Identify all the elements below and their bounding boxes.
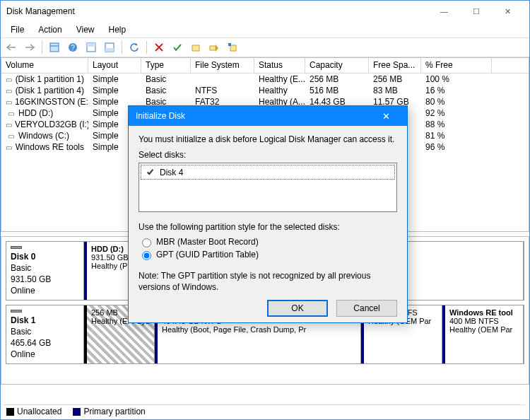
- list-bottom-icon[interactable]: [102, 40, 117, 55]
- legend-primary-swatch: [73, 408, 81, 416]
- list-top-icon[interactable]: [83, 40, 99, 55]
- col-free[interactable]: Free Spa...: [369, 58, 421, 73]
- disk-checkbox[interactable]: [146, 168, 155, 177]
- menu-help[interactable]: Help: [103, 23, 132, 36]
- volume-name: (Disk 1 partition 1): [16, 74, 84, 84]
- gpt-option[interactable]: GPT (GUID Partition Table): [139, 249, 397, 260]
- toolbar: ?: [1, 37, 529, 57]
- delete-icon[interactable]: [151, 40, 167, 55]
- ok-button[interactable]: OK: [267, 300, 328, 317]
- menu-action[interactable]: Action: [33, 23, 67, 36]
- cell-status: Healthy: [254, 86, 305, 95]
- mbr-option[interactable]: MBR (Master Boot Record): [139, 236, 397, 247]
- volume-name: 16GKINGSTON (E:): [15, 97, 88, 107]
- disk-label: Disk 0 Basic 931.50 GB Online: [6, 242, 84, 300]
- extend-icon[interactable]: [206, 40, 222, 55]
- volume-name: (Disk 1 partition 4): [16, 86, 84, 95]
- col-layout[interactable]: Layout: [88, 58, 141, 73]
- cell-layout: Simple: [88, 74, 141, 84]
- dialog-titlebar[interactable]: Initialize Disk ✕: [129, 106, 407, 126]
- cell-pct-free: 100 %: [421, 74, 492, 84]
- col-filesystem[interactable]: File System: [191, 58, 254, 73]
- disk-state: Online: [11, 286, 79, 296]
- svg-rect-0: [50, 43, 59, 52]
- disk-label: Disk 4: [160, 168, 183, 177]
- minimize-button[interactable]: —: [428, 1, 460, 21]
- svg-rect-10: [230, 45, 236, 51]
- partition[interactable]: Windows RE tool 400 MB NTFS Healthy (OEM…: [442, 305, 524, 363]
- mbr-radio[interactable]: [142, 238, 151, 247]
- partition-size: 400 MB NTFS: [449, 317, 519, 325]
- disk-size: 931.50 GB: [11, 274, 79, 284]
- volumes-view-icon[interactable]: [47, 40, 62, 55]
- disk-name: Disk 1: [11, 315, 79, 325]
- refresh-icon[interactable]: [126, 40, 142, 55]
- volume-icon: ▭: [6, 121, 12, 129]
- legend: Unallocated Primary partition: [4, 404, 525, 418]
- svg-rect-8: [192, 45, 199, 51]
- volume-icon: ▭: [6, 132, 16, 140]
- volume-icon: ▭: [6, 110, 16, 117]
- dialog-title: Initialize Disk: [136, 111, 185, 121]
- menu-file[interactable]: File: [5, 23, 30, 36]
- shrink-icon[interactable]: [225, 40, 240, 55]
- cell-free: 83 MB: [369, 86, 421, 95]
- window-titlebar: Disk Management — ☐ ✕: [1, 1, 529, 22]
- cancel-button[interactable]: Cancel: [336, 300, 397, 317]
- partition-name: Windows RE tool: [449, 308, 519, 317]
- disk-name: Disk 0: [11, 252, 79, 262]
- gpt-label: GPT (GUID Partition Table): [156, 250, 259, 259]
- svg-text:?: ?: [71, 44, 75, 52]
- dialog-message: You must initialize a disk before Logica…: [139, 134, 397, 144]
- back-icon[interactable]: [4, 40, 19, 55]
- volume-icon: ▭: [6, 87, 13, 95]
- forward-icon[interactable]: [22, 40, 37, 55]
- partition-status: Healthy (OEM Par: [449, 325, 519, 334]
- legend-unallocated-swatch: [6, 408, 14, 416]
- apply-icon[interactable]: [170, 40, 185, 55]
- cell-capacity: 256 MB: [305, 74, 369, 84]
- cell-layout: Simple: [88, 86, 141, 95]
- help-icon[interactable]: ?: [65, 40, 81, 55]
- cell-pct-free: 92 %: [421, 108, 492, 118]
- initialize-disk-dialog: Initialize Disk ✕ You must initialize a …: [128, 105, 408, 323]
- column-headers: Volume Layout Type File System Status Ca…: [1, 58, 529, 74]
- legend-primary-label: Primary partition: [83, 407, 145, 416]
- col-pct-free[interactable]: % Free: [421, 58, 492, 73]
- disk-item[interactable]: Disk 4: [141, 165, 395, 180]
- gpt-radio[interactable]: [142, 251, 151, 260]
- disk-type: Basic: [11, 327, 79, 337]
- table-row[interactable]: ▭(Disk 1 partition 1)SimpleBasicHealthy …: [1, 74, 529, 85]
- svg-rect-7: [105, 48, 114, 52]
- table-row[interactable]: ▭(Disk 1 partition 4)SimpleBasicNTFSHeal…: [1, 85, 529, 96]
- svg-rect-5: [87, 43, 95, 47]
- new-volume-icon[interactable]: [188, 40, 204, 55]
- dialog-note: Note: The GPT partition style is not rec…: [139, 270, 397, 293]
- disk-size: 465.64 GB: [11, 338, 79, 348]
- menu-view[interactable]: View: [71, 23, 100, 36]
- mbr-label: MBR (Master Boot Record): [156, 237, 259, 247]
- cell-pct-free: 16 %: [421, 86, 492, 95]
- volume-name: VERYOLD32GB (I:): [15, 119, 88, 129]
- col-type[interactable]: Type: [141, 58, 191, 73]
- col-volume[interactable]: Volume: [1, 58, 88, 73]
- disk-state: Online: [11, 349, 79, 359]
- volume-icon: ▭: [6, 76, 13, 83]
- dialog-close-button[interactable]: ✕: [372, 111, 400, 122]
- disk-icon: [11, 310, 22, 313]
- menubar: File Action View Help: [1, 22, 529, 37]
- cell-pct-free: 81 %: [421, 131, 492, 141]
- volume-name: Windows (C:): [18, 131, 69, 141]
- svg-rect-9: [210, 46, 216, 50]
- col-capacity[interactable]: Capacity: [305, 58, 369, 73]
- cell-fs: NTFS: [191, 86, 254, 95]
- disk-type: Basic: [11, 263, 79, 273]
- volume-icon: ▭: [6, 144, 13, 151]
- legend-unallocated-label: Unallocated: [17, 407, 61, 416]
- maximize-button[interactable]: ☐: [460, 1, 492, 21]
- svg-rect-11: [228, 43, 231, 46]
- disk-list-box[interactable]: Disk 4: [139, 163, 397, 212]
- col-status[interactable]: Status: [254, 58, 305, 73]
- close-button[interactable]: ✕: [492, 1, 524, 21]
- cell-type: Basic: [141, 86, 191, 95]
